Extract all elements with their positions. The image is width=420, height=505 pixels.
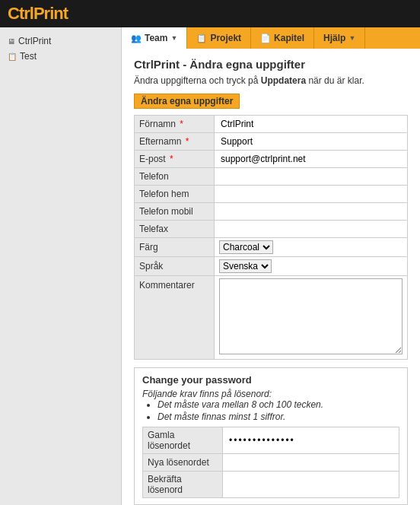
tab-projekt[interactable]: 📋 Projekt xyxy=(187,27,251,49)
input-efternamn[interactable] xyxy=(219,135,402,148)
tab-kapitel[interactable]: 📄 Kapitel xyxy=(251,27,314,49)
required-star-fornamn: * xyxy=(180,119,183,129)
value-telefon-mobil xyxy=(215,203,408,221)
select-farg[interactable]: Charcoal Blue Red xyxy=(219,240,273,254)
folder-icon: 📋 xyxy=(8,52,17,61)
label-telefax: Telefax xyxy=(135,221,215,238)
section-label: Ändra egna uppgifter xyxy=(134,94,240,109)
field-row-farg: Färg Charcoal Blue Red xyxy=(135,238,408,257)
label-telefon: Telefon xyxy=(135,168,215,186)
projekt-tab-icon: 📋 xyxy=(196,33,207,43)
field-row-telefon: Telefon xyxy=(135,168,408,186)
tab-hjalp-label: Hjälp xyxy=(323,33,345,43)
sidebar: 🖥 CtrlPrint 📋 Test xyxy=(0,27,122,505)
kapitel-tab-icon: 📄 xyxy=(260,33,271,43)
logo-bar: CtrlPrint xyxy=(0,0,420,27)
field-row-telefax: Telefax xyxy=(135,221,408,238)
value-fornamn xyxy=(215,116,408,133)
field-row-bekrafta-losenord: Bekräfta lösenord xyxy=(143,472,399,498)
password-reqs-intro: Följande krav finns på lösenord: xyxy=(142,389,399,399)
input-telefon[interactable] xyxy=(219,170,402,183)
value-telefax xyxy=(215,221,408,238)
team-tab-arrow: ▼ xyxy=(170,34,177,42)
value-telefon xyxy=(215,168,408,186)
subtitle-end: när du är klar. xyxy=(306,75,364,86)
value-kommentarer xyxy=(215,276,408,360)
label-gamla-losenordet: Gamla lösenordet xyxy=(143,427,223,454)
required-star-epost: * xyxy=(170,154,173,164)
logo-prefix: Ctrl xyxy=(8,4,33,23)
password-reqs-list: Det måste vara mellan 8 och 100 tecken. … xyxy=(158,399,399,422)
tab-hjalp[interactable]: Hjälp ▼ xyxy=(314,27,365,49)
password-form-table: Gamla lösenordet Nya lösenordet Bekräfta… xyxy=(142,427,399,498)
value-sprak: Svenska English xyxy=(215,257,408,276)
label-epost: E-post * xyxy=(135,151,215,168)
label-bekrafta-losenord: Bekräfta lösenord xyxy=(143,472,223,498)
sidebar-item-test[interactable]: 📋 Test xyxy=(3,49,118,64)
value-nya-losenordet xyxy=(223,454,399,472)
field-row-telefon-hem: Telefon hem xyxy=(135,186,408,203)
subtitle-bold: Uppdatera xyxy=(261,75,306,86)
tab-kapitel-label: Kapitel xyxy=(274,33,304,43)
label-telefon-mobil: Telefon mobil xyxy=(135,203,215,221)
tab-projekt-label: Projekt xyxy=(210,33,241,43)
input-nya-losenordet[interactable] xyxy=(228,456,394,468)
tab-team[interactable]: 👥 Team ▼ xyxy=(122,27,187,49)
input-telefon-mobil[interactable] xyxy=(219,205,402,218)
password-req-1: Det måste vara mellan 8 och 100 tecken. xyxy=(158,399,399,410)
label-fornamn: Förnamn * xyxy=(135,116,215,133)
input-telefon-hem[interactable] xyxy=(219,188,402,200)
field-row-telefon-mobil: Telefon mobil xyxy=(135,203,408,221)
label-kommentarer: Kommentarer xyxy=(135,276,215,360)
field-row-epost: E-post * xyxy=(135,151,408,168)
value-gamla-losenordet xyxy=(223,427,399,454)
password-section: Change your password Följande krav finns… xyxy=(134,367,408,505)
field-row-gamla-losenordet: Gamla lösenordet xyxy=(143,427,399,454)
label-nya-losenordet: Nya lösenordet xyxy=(143,454,223,472)
input-gamla-losenordet[interactable] xyxy=(228,434,394,446)
password-req-2: Det måste finnas minst 1 siffror. xyxy=(158,411,399,422)
value-farg: Charcoal Blue Red xyxy=(215,238,408,257)
hjalp-tab-arrow: ▼ xyxy=(348,34,355,42)
value-epost xyxy=(215,151,408,168)
tab-team-label: Team xyxy=(145,33,167,43)
page-title: CtrlPrint - Ändra egna uppgifter xyxy=(134,58,408,71)
team-tab-icon: 👥 xyxy=(131,33,142,43)
label-efternamn: Efternamn * xyxy=(135,133,215,151)
select-sprak[interactable]: Svenska English xyxy=(219,259,272,273)
monitor-icon: 🖥 xyxy=(8,37,15,46)
value-telefon-hem xyxy=(215,186,408,203)
page-subtitle: Ändra uppgifterna och tryck på Uppdatera… xyxy=(134,75,408,86)
label-sprak: Språk xyxy=(135,257,215,276)
password-requirements: Följande krav finns på lösenord: Det mås… xyxy=(142,389,399,422)
field-row-efternamn: Efternamn * xyxy=(135,133,408,151)
required-star-efternamn: * xyxy=(186,136,189,147)
label-farg: Färg xyxy=(135,238,215,257)
value-bekrafta-losenord xyxy=(223,472,399,498)
sidebar-label-test: Test xyxy=(20,51,37,62)
password-section-title: Change your password xyxy=(142,374,399,386)
main-content: CtrlPrint - Ändra egna uppgifter Ändra u… xyxy=(122,49,420,505)
input-telefax[interactable] xyxy=(219,223,402,235)
value-efternamn xyxy=(215,133,408,151)
nav-bar: 👥 Team ▼ 📋 Projekt 📄 Kapitel Hjälp ▼ xyxy=(122,27,420,49)
sidebar-item-ctrlprint[interactable]: 🖥 CtrlPrint xyxy=(3,33,118,49)
field-row-kommentarer: Kommentarer xyxy=(135,276,408,360)
input-bekrafta-losenord[interactable] xyxy=(228,478,394,491)
subtitle-plain: Ändra uppgifterna och tryck på xyxy=(134,75,261,86)
field-row-nya-losenordet: Nya lösenordet xyxy=(143,454,399,472)
logo-suffix: Print xyxy=(33,4,68,23)
field-row-sprak: Språk Svenska English xyxy=(135,257,408,276)
sidebar-label-ctrlprint: CtrlPrint xyxy=(18,36,51,46)
field-row-fornamn: Förnamn * xyxy=(135,116,408,133)
user-form-table: Förnamn * Efternamn * E-post * Telefon T… xyxy=(134,115,408,360)
label-telefon-hem: Telefon hem xyxy=(135,186,215,203)
textarea-kommentarer[interactable] xyxy=(219,278,402,354)
input-fornamn[interactable] xyxy=(219,118,402,130)
app-logo: CtrlPrint xyxy=(8,4,68,24)
input-epost[interactable] xyxy=(219,153,402,165)
